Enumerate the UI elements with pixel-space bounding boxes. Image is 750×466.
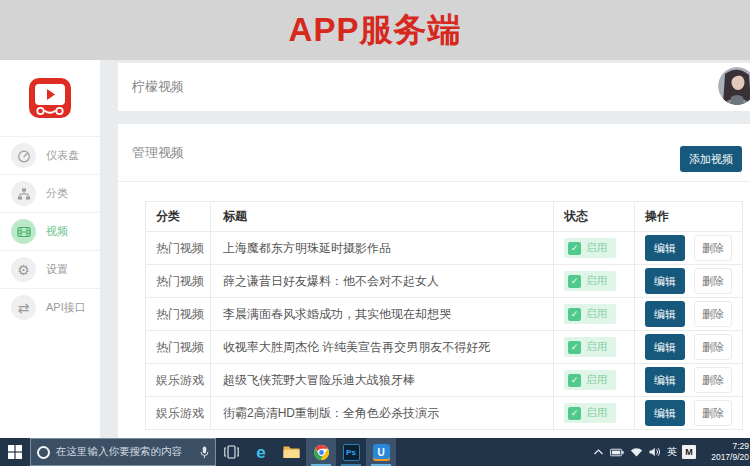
col-header-actions: 操作 [635,202,743,232]
u-app-button[interactable]: U [366,438,396,466]
taskbar-search-input[interactable]: 在这里输入你要搜索的内容 [30,438,216,466]
photoshop-button[interactable]: Ps [336,438,366,466]
row-category: 热门视频 [146,331,211,364]
row-title: 上海魔都东方明珠延时摄影作品 [211,232,554,265]
status-badge: ✓ 启用 [564,271,616,291]
volume-icon[interactable] [648,447,662,457]
card-title: 管理视频 [132,124,184,182]
page-title: APP服务端 [289,8,462,53]
delete-button[interactable]: 删除 [694,268,732,294]
chrome-icon [313,444,330,461]
add-video-button[interactable]: 添加视频 [680,146,742,172]
row-actions: 编辑 删除 [635,265,743,298]
card-header: 管理视频 添加视频 [118,124,750,182]
chrome-browser-button[interactable] [306,438,336,466]
delete-button[interactable]: 删除 [694,334,732,360]
table-row: 热门视频 李晨满面春风求婚成功，其实他现在却想哭 ✓ 启用 编辑 删除 [146,298,743,331]
edit-button[interactable]: 编辑 [645,400,685,426]
row-category: 热门视频 [146,232,211,265]
edge-icon: e [256,444,265,461]
status-text: 启用 [586,241,607,255]
edit-button[interactable]: 编辑 [645,301,685,327]
video-icon [11,219,36,244]
status-badge: ✓ 启用 [564,370,616,390]
check-icon: ✓ [568,275,581,288]
top-banner: APP服务端 [0,0,750,60]
row-actions: 编辑 删除 [635,397,743,430]
user-avatar[interactable] [718,67,750,105]
taskbar-clock[interactable]: 7:29 2017/9/20 [701,441,749,462]
check-icon: ✓ [568,308,581,321]
row-category: 娱乐游戏 [146,364,211,397]
table-row: 热门视频 收视率大胜周杰伦 许纯美宣告再交男朋友不得好死 ✓ 启用 编辑 删除 [146,331,743,364]
col-header-title: 标题 [211,202,554,232]
check-icon: ✓ [568,341,581,354]
sidebar-item-video[interactable]: 视频 [0,212,100,250]
sidebar-menu: 仪表盘 分类 视频 ⚙ 设置 [0,136,100,326]
sidebar-item-category[interactable]: 分类 [0,174,100,212]
file-explorer-button[interactable] [276,438,306,466]
video-tv-logo-icon [28,76,72,120]
settings-gear-icon: ⚙ [11,257,36,282]
status-badge: ✓ 启用 [564,403,616,423]
row-title: 街霸2高清HD重制版：全角色必杀技演示 [211,397,554,430]
row-actions: 编辑 删除 [635,298,743,331]
task-view-button[interactable] [216,438,246,466]
folder-icon [283,445,300,459]
delete-button[interactable]: 删除 [694,367,732,393]
photoshop-icon: Ps [343,444,360,461]
row-status: ✓ 启用 [554,397,635,430]
battery-icon[interactable] [610,448,624,457]
clock-time: 7:29 [701,441,749,452]
table-header-row: 分类 标题 状态 操作 [146,202,743,232]
row-status: ✓ 启用 [554,265,635,298]
edit-button[interactable]: 编辑 [645,334,685,360]
row-actions: 编辑 删除 [635,331,743,364]
edge-browser-button[interactable]: e [246,438,276,466]
cortana-icon [37,446,50,459]
sidebar-item-api[interactable]: ⇄ API接口 [0,288,100,326]
sidebar-item-settings[interactable]: ⚙ 设置 [0,250,100,288]
row-title: 超级飞侠荒野大冒险乐迪大战狼牙棒 [211,364,554,397]
tray-expand-chevron-icon[interactable] [591,449,605,455]
videos-table: 分类 标题 状态 操作 热门视频 上海魔都东方明珠延时摄影作品 ✓ 启用 编辑 … [145,201,743,430]
windows-logo-icon [8,445,22,459]
row-status: ✓ 启用 [554,364,635,397]
input-method-badge[interactable]: M [682,445,696,459]
delete-button[interactable]: 删除 [694,235,732,261]
row-category: 热门视频 [146,265,211,298]
status-text: 启用 [586,274,607,288]
row-status: ✓ 启用 [554,331,635,364]
avatar-portrait [718,67,750,105]
app-logo[interactable] [0,60,100,136]
videos-table-wrap: 分类 标题 状态 操作 热门视频 上海魔都东方明珠延时摄影作品 ✓ 启用 编辑 … [145,201,743,430]
status-text: 启用 [586,373,607,387]
delete-button[interactable]: 删除 [694,301,732,327]
task-view-icon [224,445,239,459]
edit-button[interactable]: 编辑 [645,367,685,393]
status-text: 启用 [586,340,607,354]
status-text: 启用 [586,406,607,420]
table-row: 热门视频 薛之谦昔日好友爆料：他不会对不起女人 ✓ 启用 编辑 删除 [146,265,743,298]
microphone-icon[interactable] [200,446,209,459]
wifi-icon[interactable] [629,447,643,457]
row-status: ✓ 启用 [554,232,635,265]
row-actions: 编辑 删除 [635,232,743,265]
desktop-screen: APP服务端 仪表盘 [0,0,750,466]
status-badge: ✓ 启用 [564,337,616,357]
category-icon [11,181,36,206]
row-status: ✓ 启用 [554,298,635,331]
ime-language-indicator[interactable]: 英 [667,445,677,459]
delete-button[interactable]: 删除 [694,400,732,426]
table-row: 热门视频 上海魔都东方明珠延时摄影作品 ✓ 启用 编辑 删除 [146,232,743,265]
edit-button[interactable]: 编辑 [645,268,685,294]
manage-videos-card: 管理视频 添加视频 分类 标题 状态 操作 [118,124,750,438]
col-header-status: 状态 [554,202,635,232]
row-category: 娱乐游戏 [146,397,211,430]
sidebar-item-dashboard[interactable]: 仪表盘 [0,136,100,174]
col-header-category: 分类 [146,202,211,232]
start-button[interactable] [0,438,30,466]
status-text: 启用 [586,307,607,321]
edit-button[interactable]: 编辑 [645,235,685,261]
dashboard-icon [11,143,36,168]
